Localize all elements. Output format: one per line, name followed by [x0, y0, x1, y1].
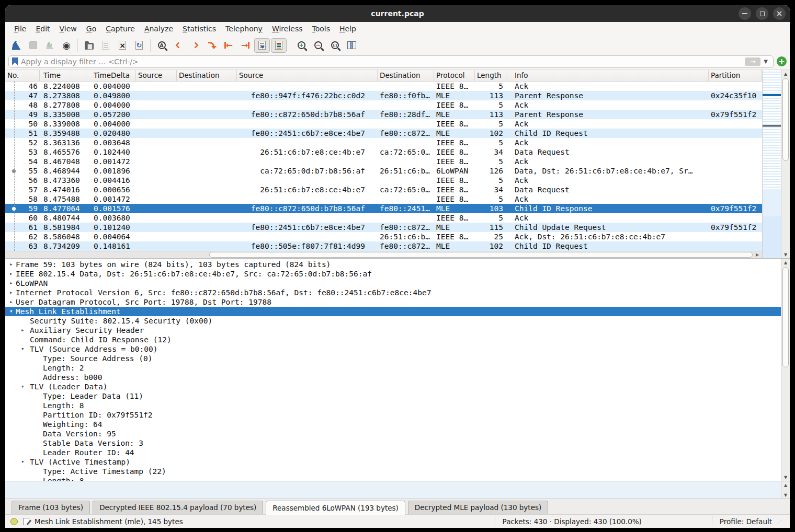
packet-row[interactable]: 578.4740160.00065626:51:c6:b7:e8:ce:4b:e…: [5, 185, 762, 194]
reload-file-button[interactable]: ↻: [131, 38, 147, 53]
packet-row[interactable]: 618.5819840.101240fe80::2451:c6b7:e8ce:4…: [5, 223, 762, 232]
detail-line[interactable]: Length: 2: [5, 363, 781, 373]
last-packet-button[interactable]: →: [237, 38, 253, 53]
vscroll-up-icon[interactable]: ▲: [781, 70, 790, 77]
detail-line[interactable]: Type: Source Address (0): [5, 354, 781, 363]
start-capture-button[interactable]: [8, 38, 24, 53]
expander-open-icon[interactable]: ▾: [21, 344, 25, 354]
menu-telephony[interactable]: Telephony: [221, 24, 267, 34]
stop-capture-button[interactable]: [25, 38, 41, 53]
packet-row[interactable]: 628.5860480.00406426:51:c6:b…IEEE 8…25Ac…: [5, 232, 762, 241]
close-button[interactable]: ×: [773, 7, 786, 20]
maximize-button[interactable]: [756, 7, 768, 20]
packet-row[interactable]: 518.3594880.020480fe80::2451:c6b7:e8ce:4…: [5, 129, 762, 138]
find-packet-button[interactable]: A: [154, 38, 169, 53]
column-header-source[interactable]: Source: [136, 70, 177, 81]
column-header-destination[interactable]: Destination: [378, 70, 434, 81]
expander-closed-icon[interactable]: ▸: [21, 326, 25, 335]
detail-line[interactable]: ▾Mesh Link Establishment: [5, 307, 781, 316]
expander-closed-icon[interactable]: ▸: [9, 297, 13, 307]
hex-scroll-down-icon[interactable]: ▼: [781, 491, 790, 499]
resize-columns-button[interactable]: [344, 38, 359, 53]
status-profile[interactable]: Profile: Default: [720, 517, 772, 526]
menu-statistics[interactable]: Statistics: [178, 24, 221, 34]
expander-open-icon[interactable]: ▾: [9, 307, 13, 316]
zoom-out-button[interactable]: −: [310, 38, 326, 53]
expander-open-icon[interactable]: ▾: [21, 457, 25, 467]
expander-closed-icon[interactable]: ▸: [9, 260, 13, 269]
packet-row[interactable]: 468.2240080.004000IEEE 8…5Ack: [5, 82, 762, 91]
hex-scroll-up-icon[interactable]: ▲: [781, 481, 790, 489]
packet-row[interactable]: 598.4770640.001576fe80::c872:650d:b7b8:5…: [5, 204, 762, 213]
expander-open-icon[interactable]: ▾: [21, 382, 25, 391]
go-to-packet-button[interactable]: [204, 38, 220, 53]
detail-line[interactable]: Stable Data Version: 3: [5, 438, 781, 448]
column-header-destination[interactable]: Destination: [177, 70, 237, 81]
packet-row[interactable]: 508.3390080.004000IEEE 8…5Ack: [5, 119, 762, 129]
detail-line[interactable]: Command: Child ID Response (12): [5, 335, 781, 344]
column-header-timedelta[interactable]: TimeDelta: [86, 70, 136, 81]
packet-row[interactable]: 638.7342090.148161fe80::505e:f807:7f81:4…: [5, 241, 762, 251]
menu-file[interactable]: File: [9, 24, 31, 34]
column-header-protocol[interactable]: Protocol: [434, 70, 475, 81]
packet-row[interactable]: 548.4670480.001472IEEE 8…5Ack: [5, 157, 762, 166]
detail-line[interactable]: ▸Auxiliary Security Header: [5, 326, 781, 335]
menu-capture[interactable]: Capture: [101, 24, 140, 34]
detail-line[interactable]: ▾TLV (Active Timestamp): [5, 457, 781, 467]
hex-vscrollbar[interactable]: ▲ ▼: [781, 481, 790, 499]
detail-line[interactable]: Type: Leader Data (11): [5, 391, 781, 401]
filter-bookmark-icon[interactable]: [12, 57, 18, 65]
details-vscrollbar[interactable]: ▲ ▼: [781, 259, 790, 481]
detail-line[interactable]: ▾TLV (Leader Data): [5, 382, 781, 391]
detail-line[interactable]: ▸6LoWPAN: [5, 279, 781, 288]
filter-dropdown-icon[interactable]: ▼: [764, 59, 768, 64]
detail-line[interactable]: Leader Router ID: 44: [5, 448, 781, 457]
menu-tools[interactable]: Tools: [308, 24, 335, 34]
detail-line[interactable]: ▾TLV (Source Address = b0:00): [5, 344, 781, 354]
save-file-button[interactable]: [98, 38, 113, 53]
column-header-source[interactable]: Source: [237, 70, 378, 81]
apply-filter-button[interactable]: →: [745, 57, 760, 66]
detail-line[interactable]: ▸Internet Protocol Version 6, Src: fe80:…: [5, 288, 781, 297]
details-scroll-down-icon[interactable]: ▼: [781, 473, 790, 481]
detail-line[interactable]: ▸Frame 59: 103 bytes on wire (824 bits),…: [5, 260, 781, 269]
detail-line[interactable]: Security Suite: 802.15.4 Security (0x00): [5, 316, 781, 326]
detail-line[interactable]: ▸IEEE 802.15.4 Data, Dst: 26:51:c6:b7:e8…: [5, 269, 781, 279]
display-filter-input[interactable]: Apply a display filter … <Ctrl-/> → ▼: [8, 55, 774, 68]
detail-line[interactable]: Weighting: 64: [5, 420, 781, 429]
byte-view-tab[interactable]: Decrypted IEEE 802.15.4 payload (70 byte…: [93, 501, 263, 514]
packet-row[interactable]: 488.2778080.004000IEEE 8…5Ack: [5, 100, 762, 110]
column-header-no[interactable]: No.: [5, 70, 40, 81]
hscroll-thumb[interactable]: [209, 252, 753, 258]
packet-row[interactable]: 558.4689440.001896ca:72:65:0d:b7:b8:56:a…: [5, 166, 762, 176]
column-header-partition[interactable]: Partition: [709, 70, 762, 81]
open-file-button[interactable]: [81, 38, 97, 53]
menu-edit[interactable]: Edit: [31, 24, 54, 34]
zoom-original-button[interactable]: 1:1: [327, 38, 343, 53]
column-header-length[interactable]: Length: [475, 70, 506, 81]
packet-list-hscrollbar[interactable]: ▶: [5, 251, 762, 258]
expert-info-icon[interactable]: [10, 518, 18, 525]
expander-closed-icon[interactable]: ▸: [9, 269, 13, 279]
packet-row[interactable]: 608.4807440.003680IEEE 8…5Ack: [5, 213, 762, 223]
menu-help[interactable]: Help: [335, 24, 361, 34]
capture-options-button[interactable]: ◉: [59, 38, 74, 53]
packet-row[interactable]: 538.4655760.10244026:51:c6:b7:e8:ce:4b:e…: [5, 147, 762, 157]
expander-closed-icon[interactable]: ▸: [9, 279, 13, 288]
menu-analyze[interactable]: Analyze: [140, 24, 178, 34]
packet-row[interactable]: 588.4754880.001472IEEE 8…5Ack: [5, 194, 762, 204]
detail-line[interactable]: Length: 8: [5, 401, 781, 410]
close-file-button[interactable]: ×: [115, 38, 130, 53]
byte-view-tab[interactable]: Frame (103 bytes): [12, 501, 90, 514]
menu-go[interactable]: Go: [82, 24, 101, 34]
detail-line[interactable]: Address: b000: [5, 373, 781, 382]
minimize-button[interactable]: [739, 7, 751, 20]
packet-row[interactable]: 528.3631360.003648IEEE 8…5Ack: [5, 138, 762, 147]
capture-comment-icon[interactable]: [23, 518, 29, 525]
hscroll-right-arrow-icon[interactable]: ▶: [754, 251, 761, 258]
column-header-time[interactable]: Time: [40, 70, 86, 81]
intelligent-scrollbar-minimap[interactable]: [762, 70, 781, 258]
packet-row[interactable]: 498.3350080.057200fe80::c872:650d:b7b8:5…: [5, 110, 762, 119]
next-packet-button[interactable]: [187, 38, 203, 53]
detail-line[interactable]: ▸User Datagram Protocol, Src Port: 19788…: [5, 297, 781, 307]
